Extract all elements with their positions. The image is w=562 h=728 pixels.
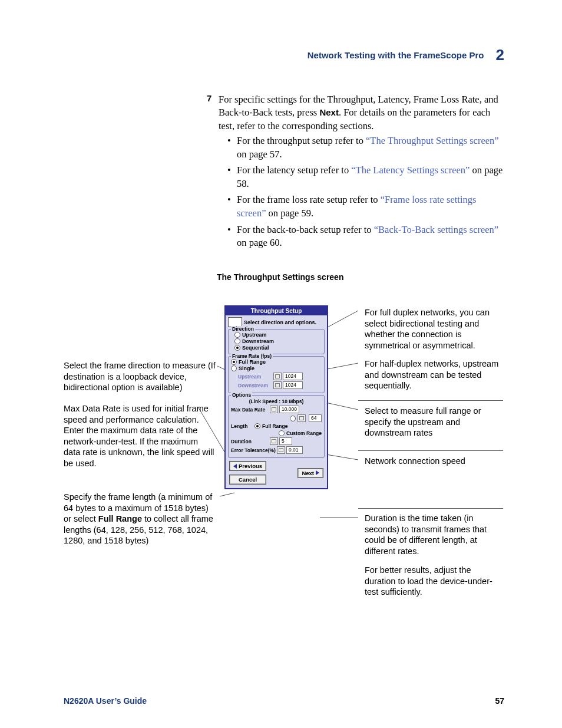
- opt-sequential[interactable]: Sequential: [234, 345, 322, 351]
- field-upstream-rate: Upstream 1024: [238, 373, 322, 380]
- header-title: Network Testing with the FrameScope Pro: [308, 50, 484, 60]
- opt-full-range[interactable]: Full Range: [231, 359, 322, 365]
- options-group: Options (Link Speed : 10 Mbps) Max Data …: [228, 395, 325, 458]
- keypad-icon[interactable]: [277, 446, 285, 454]
- link-back-to-back[interactable]: “Back-To-Back settings screen”: [374, 224, 498, 235]
- length-row-2: Custom Range: [231, 430, 322, 436]
- link-latency[interactable]: “The Latency Settings screen”: [351, 164, 470, 176]
- separator: [358, 400, 503, 401]
- list-item: For the latency setup refer to “The Late…: [237, 164, 506, 190]
- length-row: Length Full Range: [231, 423, 322, 429]
- opt-downstream[interactable]: Downstream: [234, 338, 322, 344]
- footer-guide-name: N2620A User’s Guide: [64, 696, 147, 706]
- duration-value[interactable]: 5: [279, 437, 292, 445]
- chapter-number: 2: [496, 46, 504, 64]
- upstream-rate-value[interactable]: 1024: [283, 373, 303, 380]
- triangle-left-icon: [233, 464, 237, 469]
- button-row: Previous Cancel Next: [228, 461, 325, 485]
- annotation-frame-length: Specify the frame length (a minimum of 6…: [64, 492, 216, 546]
- annotation-duration-1: Duration is the time taken (in seconds) …: [365, 513, 503, 556]
- opt-length-full[interactable]: Full Range: [254, 423, 287, 429]
- error-tolerance-value[interactable]: 0.01: [286, 446, 303, 454]
- keypad-icon[interactable]: [270, 437, 278, 445]
- section-heading: The Throughput Settings screen: [217, 272, 343, 282]
- step-next-word: Next: [319, 107, 339, 117]
- field-error-tolerance: Error Tolerance(%) 0.01: [231, 446, 322, 454]
- max-data-rate-value[interactable]: 10.000: [279, 406, 299, 413]
- field-max-data-rate: Max Data Rate 10.000: [231, 406, 322, 413]
- annotation-link-speed: Network connection speed: [365, 456, 503, 467]
- opt-single[interactable]: Single: [231, 365, 322, 371]
- annotation-max-data-rate: Max Data Rate is used for initial frame …: [64, 403, 216, 469]
- step-number: 7: [207, 93, 211, 103]
- annotation-duration-2: For better results, adjust the duration …: [365, 565, 503, 598]
- next-button[interactable]: Next: [297, 468, 323, 478]
- separator: [358, 450, 503, 451]
- keypad-icon[interactable]: [270, 406, 278, 413]
- screen-title: Throughput Setup: [226, 307, 327, 315]
- field-duration: Duration 5: [231, 437, 322, 445]
- list-item: For the throughput setup refer to “The T…: [237, 134, 506, 161]
- link-speed-text: (Link Speed : 10 Mbps): [231, 398, 322, 404]
- annotation-half-duplex: For half-duplex networks, upstream and d…: [365, 358, 503, 391]
- keypad-icon[interactable]: [273, 373, 282, 380]
- page-number: 57: [495, 696, 504, 706]
- direction-group: Direction Upstream Downstream Sequential: [228, 329, 325, 354]
- direction-label: Direction: [231, 326, 255, 332]
- frame-rate-group: Frame Rate (fps) Full Range Single Upstr…: [228, 356, 325, 393]
- opt-length-custom[interactable]: Custom Range: [279, 430, 322, 436]
- step-text: For specific settings for the Throughput…: [219, 93, 506, 133]
- field-downstream-rate: Downstream 1024: [238, 381, 322, 389]
- opt-upstream[interactable]: Upstream: [234, 332, 322, 338]
- annotation-direction: Select the frame direction to measure (I…: [64, 360, 216, 393]
- list-item: For the frame loss rate setup refer to “…: [237, 193, 506, 220]
- throughput-setup-screen: Throughput Setup Select direction and op…: [224, 305, 328, 489]
- small-value[interactable]: 64: [309, 414, 322, 422]
- previous-button[interactable]: Previous: [229, 461, 266, 471]
- separator: [358, 508, 503, 509]
- downstream-rate-value[interactable]: 1024: [283, 381, 303, 389]
- opt-small[interactable]: [290, 416, 296, 421]
- cancel-button[interactable]: Cancel: [229, 475, 266, 485]
- instruction-text: Select direction and options.: [244, 319, 316, 325]
- options-label: Options: [231, 392, 252, 398]
- annotation-full-duplex: For full duplex networks, you can select…: [365, 307, 503, 351]
- annotation-full-range: Select to measure full range or specify …: [365, 406, 503, 439]
- bullet-list: For the throughput setup refer to “The T…: [237, 134, 506, 253]
- svg-line-2: [220, 493, 234, 496]
- list-item: For the back-to-back setup refer to “Bac…: [237, 223, 506, 250]
- screen-body: Select direction and options. Direction …: [226, 315, 327, 488]
- link-throughput[interactable]: “The Throughput Settings screen”: [366, 135, 499, 146]
- keypad-icon[interactable]: [297, 414, 306, 422]
- page-header: Network Testing with the FrameScope Pro …: [308, 46, 504, 64]
- frame-rate-label: Frame Rate (fps): [231, 353, 273, 359]
- triangle-right-icon: [316, 470, 319, 475]
- page: Network Testing with the FrameScope Pro …: [0, 0, 562, 728]
- keypad-icon[interactable]: [273, 381, 282, 389]
